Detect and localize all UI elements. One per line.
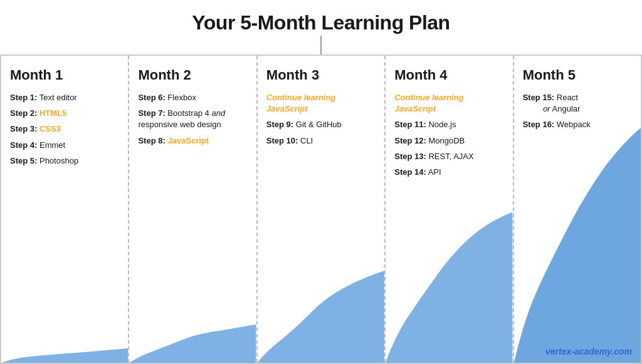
page-wrapper: Your 5-Month Learning Plan Month 1 Step … bbox=[0, 0, 642, 364]
step-continue-3: Continue learningJavaScript bbox=[266, 92, 376, 115]
step-4: Step 4: Emmet bbox=[10, 140, 119, 151]
step-16: Step 16: Webpack bbox=[523, 119, 632, 130]
step-2: Step 2: HTML5 bbox=[10, 108, 119, 119]
month-4-heading: Month 4 bbox=[394, 67, 503, 83]
month-1-heading: Month 1 bbox=[10, 67, 119, 83]
step-12: Step 12: MongoDB bbox=[394, 135, 503, 147]
month-5-heading: Month 5 bbox=[523, 67, 632, 83]
step-1: Step 1: Text editor bbox=[10, 92, 119, 103]
step-7: Step 7: Bootstrap 4 and responsive web d… bbox=[138, 108, 247, 130]
month-3-col: Month 3 Continue learningJavaScript Step… bbox=[258, 56, 386, 363]
step-6: Step 6: Flexbox bbox=[138, 92, 247, 103]
step-13: Step 13: REST, AJAX bbox=[394, 151, 503, 162]
step-8: Step 8: JavaScript bbox=[138, 135, 247, 147]
step-5: Step 5: Photoshop bbox=[10, 155, 119, 167]
step-continue-4: Continue learningJavaScript bbox=[394, 92, 503, 115]
step-11: Step 11: Node.js bbox=[394, 119, 503, 130]
month-2-col: Month 2 Step 6: Flexbox Step 7: Bootstra… bbox=[129, 56, 257, 363]
month-1-col: Month 1 Step 1: Text editor Step 2: HTML… bbox=[1, 56, 129, 363]
watermark: vertex-academy.com bbox=[545, 346, 632, 356]
main-title: Your 5-Month Learning Plan bbox=[192, 0, 450, 34]
connector-line bbox=[320, 36, 322, 55]
month-3-heading: Month 3 bbox=[266, 67, 376, 83]
step-3: Step 3: CSS3 bbox=[10, 123, 119, 135]
month-5-col: Month 5 Step 15: React or Angular Step 1… bbox=[514, 56, 641, 363]
columns-container: Month 1 Step 1: Text editor Step 2: HTML… bbox=[0, 55, 642, 364]
step-10: Step 10: CLI bbox=[266, 135, 376, 147]
step-9: Step 9: Git & GitHub bbox=[266, 119, 376, 130]
step-14: Step 14: API bbox=[394, 167, 503, 178]
month-4-col: Month 4 Continue learningJavaScript Step… bbox=[386, 56, 513, 363]
step-15: Step 15: React or Angular bbox=[523, 92, 632, 115]
month-2-heading: Month 2 bbox=[138, 67, 247, 83]
